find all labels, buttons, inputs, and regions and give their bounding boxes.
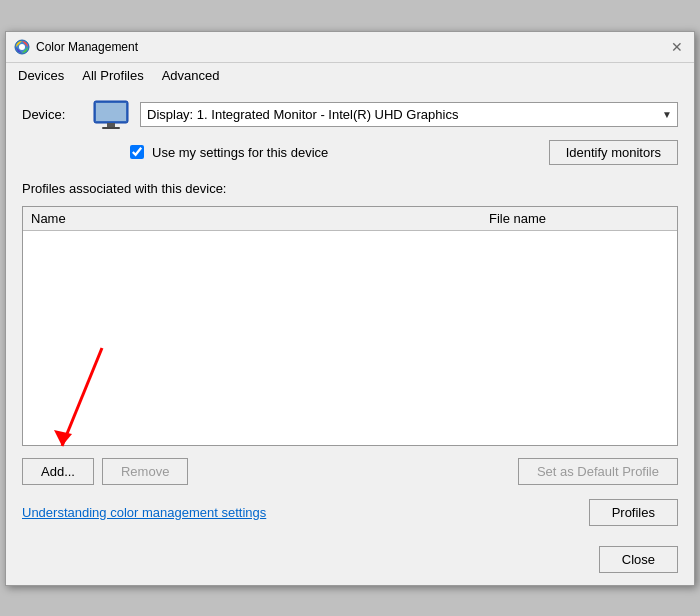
close-button[interactable]: Close [599,546,678,573]
menu-all-profiles[interactable]: All Profiles [74,65,151,86]
col-filename-header: File name [489,211,669,226]
action-buttons-row: Add... Remove Set as Default Profile [22,458,678,485]
close-window-button[interactable]: ✕ [668,38,686,56]
color-management-window: Color Management ✕ Devices All Profiles … [5,31,695,586]
monitor-icon [92,100,130,130]
device-label: Device: [22,107,82,122]
menu-devices[interactable]: Devices [10,65,72,86]
footer-row: Close [6,538,694,585]
titlebar: Color Management ✕ [6,32,694,63]
col-name-header: Name [31,211,489,226]
table-header: Name File name [23,207,677,231]
titlebar-left: Color Management [14,39,138,55]
link-profiles-row: Understanding color management settings … [22,499,678,526]
svg-rect-4 [107,123,115,127]
svg-rect-5 [102,127,120,129]
add-button[interactable]: Add... [22,458,94,485]
menu-advanced[interactable]: Advanced [154,65,228,86]
table-body[interactable] [23,231,677,445]
profiles-table: Name File name [22,206,678,446]
device-select-wrapper: Display: 1. Integrated Monitor - Intel(R… [140,102,678,127]
remove-button[interactable]: Remove [102,458,188,485]
device-row: Device: Display: 1. Integrated Monitor -… [22,100,678,130]
use-settings-label: Use my settings for this device [152,145,328,160]
buttons-wrapper: Add... Remove Set as Default Profile [22,456,678,485]
svg-rect-3 [96,103,126,121]
menubar: Devices All Profiles Advanced [6,63,694,88]
profiles-associated-label: Profiles associated with this device: [22,181,678,196]
svg-point-1 [19,44,25,50]
device-select[interactable]: Display: 1. Integrated Monitor - Intel(R… [140,102,678,127]
identify-monitors-button[interactable]: Identify monitors [549,140,678,165]
color-management-link[interactable]: Understanding color management settings [22,505,266,520]
app-icon [14,39,30,55]
set-default-button[interactable]: Set as Default Profile [518,458,678,485]
main-content: Device: Display: 1. Integrated Monitor -… [6,88,694,538]
profiles-button[interactable]: Profiles [589,499,678,526]
use-settings-checkbox[interactable] [130,145,144,159]
checkbox-identify-row: Use my settings for this device Identify… [130,140,678,165]
window-title: Color Management [36,40,138,54]
